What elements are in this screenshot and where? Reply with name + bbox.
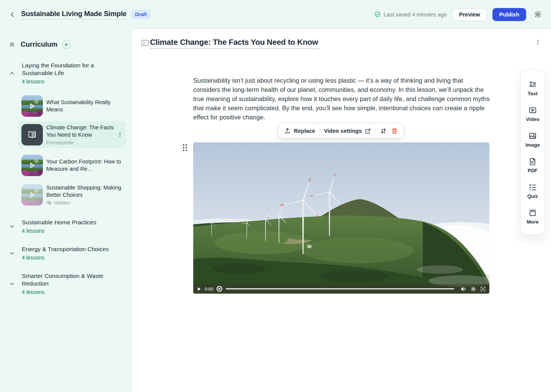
insert-video-button[interactable]: Video <box>521 101 544 127</box>
upload-icon <box>284 127 291 134</box>
toolbar-divider <box>375 127 376 135</box>
course-title[interactable]: Sustainable Living Made Simple <box>21 10 127 20</box>
section-1-toggle[interactable] <box>9 70 15 77</box>
section-lesson-count: 4 lessons <box>22 228 44 234</box>
insert-text-button[interactable]: Text <box>521 75 544 101</box>
double-chevron-up-icon <box>8 41 16 48</box>
more-blocks-icon <box>528 209 537 217</box>
lesson-title: Your Carbon Footprint: How to Measure an… <box>46 158 123 173</box>
curriculum-sidebar: Curriculum Laying the Foundation for a S… <box>0 29 131 392</box>
text-block-icon <box>528 80 537 89</box>
eye-off-icon <box>46 200 52 206</box>
video-settings-button[interactable]: Video settings <box>324 128 372 134</box>
volume-button[interactable] <box>461 286 467 292</box>
last-saved-text: Last saved 4 minutes ago <box>384 11 447 18</box>
lesson-title: What Sustainability Really Means <box>46 99 123 113</box>
section-4-toggle[interactable] <box>9 281 15 287</box>
chevron-up-icon <box>9 70 15 77</box>
play-icon <box>21 184 43 206</box>
play-icon <box>197 287 201 291</box>
pdf-block-icon <box>528 157 537 166</box>
play-icon <box>21 155 43 176</box>
collapse-all-button[interactable] <box>8 41 16 48</box>
play-icon <box>21 95 43 117</box>
external-link-icon <box>365 128 371 134</box>
section-lesson-count: 4 lessons <box>22 78 44 85</box>
insert-image-button[interactable]: Image <box>521 127 544 152</box>
volume-icon <box>461 286 467 292</box>
lesson-video-thumbnail <box>21 184 43 206</box>
section-title[interactable]: Smarter Consumption & Waste Reduction <box>22 272 116 287</box>
insert-pdf-button[interactable]: PDF <box>521 152 544 178</box>
lesson-item-sustainable-shopping[interactable]: Sustainable Shopping: Making Better Choi… <box>18 181 126 209</box>
preview-button[interactable]: Preview <box>452 8 487 21</box>
delete-block-button[interactable] <box>391 127 398 134</box>
sidebar-toggle-button[interactable] <box>141 39 149 46</box>
video-block-icon <box>528 106 537 114</box>
six-dots-icon <box>182 144 188 152</box>
section-3-toggle[interactable] <box>9 250 15 256</box>
last-saved-status: Last saved 4 minutes ago <box>374 11 447 18</box>
chevron-left-icon <box>9 11 16 18</box>
chevron-down-icon <box>9 250 15 256</box>
lesson-intro-paragraph[interactable]: Sustainability isn’t just about recyclin… <box>193 76 490 122</box>
kebab-icon <box>117 132 123 137</box>
video-block-toolbar: Replace Video settings <box>279 124 403 138</box>
lesson-hidden-label: Hidden <box>54 200 70 206</box>
open-book-icon <box>27 130 37 140</box>
play-button[interactable] <box>197 287 201 291</box>
toolbar-divider <box>320 127 320 135</box>
lesson-menu-button[interactable] <box>117 132 123 137</box>
gear-icon <box>534 10 542 18</box>
video-scrubber-handle[interactable] <box>217 286 222 292</box>
panel-layout-icon <box>141 39 149 46</box>
plus-icon <box>64 42 69 47</box>
lesson-item-climate-change[interactable]: Climate Change: The Facts You Need to Kn… <box>18 121 126 148</box>
chevron-down-icon <box>9 281 15 287</box>
insert-block-toolbar: Text Video Image PDF Quiz More <box>520 69 545 235</box>
chevron-down-icon <box>9 223 15 230</box>
lesson-title: Climate Change: The Facts You Need to Kn… <box>46 124 117 139</box>
section-title[interactable]: Laying the Foundation for a Sustainable … <box>22 62 116 77</box>
lesson-title: Sustainable Shopping: Making Better Choi… <box>46 184 123 199</box>
player-gear-icon <box>470 286 476 292</box>
section-title[interactable]: Sustainable Home Practices <box>22 219 116 226</box>
lesson-options-button[interactable] <box>535 39 541 45</box>
settings-button[interactable] <box>534 10 542 18</box>
lesson-item-what-sustainability[interactable]: What Sustainability Really Means <box>18 93 126 119</box>
video-control-bar: 0:00 <box>193 284 489 294</box>
quiz-block-icon <box>528 183 537 191</box>
insert-quiz-button[interactable]: Quiz <box>521 178 544 204</box>
lesson-prerequisite-label: Prerequisite <box>46 140 117 145</box>
replace-button[interactable]: Replace <box>284 127 315 134</box>
status-badge: Draft <box>131 10 150 19</box>
trash-icon <box>391 127 398 134</box>
section-2-toggle[interactable] <box>9 223 15 230</box>
insert-more-button[interactable]: More <box>521 204 544 229</box>
section-lesson-count: 4 lessons <box>22 255 44 261</box>
arrows-up-down-icon <box>380 127 387 134</box>
top-bar: Sustainable Living Made Simple Draft Las… <box>0 0 551 29</box>
video-current-time: 0:00 <box>205 287 213 291</box>
lesson-video-thumbnail <box>21 155 43 176</box>
player-settings-button[interactable] <box>470 286 476 292</box>
page-title[interactable]: Climate Change: The Facts You Need to Kn… <box>150 38 318 49</box>
lesson-item-carbon-footprint[interactable]: Your Carbon Footprint: How to Measure an… <box>18 151 126 180</box>
section-title[interactable]: Energy & Transportation Choices <box>22 245 116 253</box>
publish-button[interactable]: Publish <box>492 8 526 21</box>
lesson-editor-panel: Climate Change: The Facts You Need to Kn… <box>131 29 551 392</box>
video-progress-track[interactable] <box>226 288 454 289</box>
fullscreen-icon <box>480 286 486 292</box>
image-block-icon <box>528 132 537 140</box>
check-circle-icon <box>374 11 381 18</box>
back-button[interactable] <box>9 11 16 18</box>
add-section-button[interactable] <box>62 40 71 49</box>
video-player[interactable]: 0:00 <box>193 142 489 294</box>
reorder-button[interactable] <box>380 127 387 134</box>
block-drag-handle[interactable] <box>182 144 188 152</box>
lesson-reading-thumbnail <box>21 124 43 145</box>
section-lesson-count: 4 lessons <box>22 289 44 295</box>
fullscreen-button[interactable] <box>480 286 486 292</box>
video-poster-wind-turbines <box>193 142 489 294</box>
kebab-icon <box>535 39 541 45</box>
